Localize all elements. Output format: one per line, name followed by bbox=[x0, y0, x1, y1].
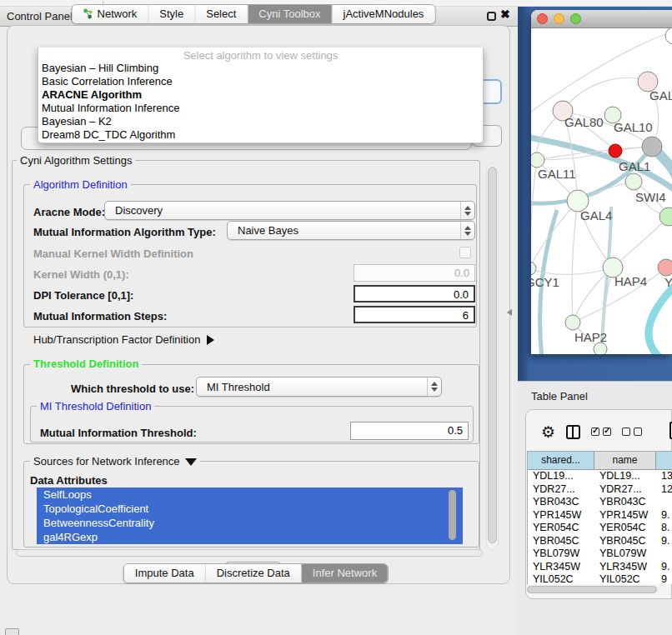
node-label: GAL1 bbox=[619, 159, 650, 173]
attribute-list-item[interactable]: TopologicalCoefficient bbox=[37, 502, 463, 516]
table-row[interactable]: YIL052CYIL052C9 bbox=[528, 573, 672, 584]
network-edge[interactable] bbox=[649, 283, 672, 354]
tab-jactivemnodules[interactable]: jActiveMNodules bbox=[333, 5, 435, 23]
column-header[interactable]: name bbox=[594, 452, 656, 470]
attribute-list-item[interactable]: SelfLoops bbox=[37, 488, 463, 502]
manual-kernel-checkbox[interactable] bbox=[459, 247, 471, 258]
network-node[interactable] bbox=[642, 137, 662, 157]
mi-steps-input[interactable]: 6 bbox=[354, 306, 475, 323]
mi-type-select[interactable]: Naive Bayes bbox=[227, 221, 475, 240]
node-table[interactable]: shared...nameA YDL19...YDL19...13YDR27..… bbox=[527, 451, 672, 584]
network-node-hap2[interactable] bbox=[565, 315, 580, 330]
minimize-traffic-light-icon[interactable] bbox=[554, 13, 564, 24]
network-window-titlebar[interactable] bbox=[531, 10, 672, 28]
tab-style[interactable]: Style bbox=[148, 5, 195, 23]
gear-icon[interactable]: ⚙ bbox=[541, 424, 555, 440]
algorithm-option[interactable]: Bayesian – Hill Climbing bbox=[38, 62, 483, 75]
algorithm-option[interactable]: Mutual Information Inference bbox=[38, 102, 483, 115]
network-node-gal11[interactable] bbox=[531, 152, 544, 168]
mi-threshold-label: Mutual Information Threshold: bbox=[40, 427, 197, 439]
hub-definition-toggle[interactable]: Hub/Transcription Factor Definition bbox=[33, 333, 214, 346]
table-row[interactable]: YBR045CYBR045C9. bbox=[528, 535, 672, 548]
list-vertical-scrollbar[interactable] bbox=[449, 490, 456, 542]
attribute-list-item[interactable]: BetweennessCentrality bbox=[37, 516, 463, 530]
node-label: GAL bbox=[649, 88, 672, 102]
network-canvas[interactable]: GALGAL80GAL10GAL1GAL11SWI4GAL4GCY1HAP4YH… bbox=[531, 28, 672, 354]
table-cell: YDL19... bbox=[528, 470, 594, 483]
splitter-collapse-icon[interactable] bbox=[507, 309, 512, 316]
table-row[interactable]: YDL19...YDL19...13 bbox=[528, 470, 672, 483]
table-cell: YIL052C bbox=[528, 573, 594, 584]
table-cell: YBR045C bbox=[594, 535, 656, 548]
network-node-swi4[interactable] bbox=[625, 173, 642, 190]
network-edge[interactable] bbox=[563, 78, 648, 111]
network-view-window[interactable]: GALGAL80GAL10GAL1GAL11SWI4GAL4GCY1HAP4YH… bbox=[531, 10, 672, 354]
which-threshold-select[interactable]: MI Threshold bbox=[196, 377, 442, 397]
node-label: GAL10 bbox=[614, 120, 653, 134]
column-header[interactable]: shared... bbox=[528, 452, 594, 470]
network-node-gal1[interactable] bbox=[609, 144, 622, 158]
tab-network[interactable]: Network bbox=[73, 5, 149, 23]
table-row[interactable]: YLR345WYLR345W9. bbox=[528, 561, 672, 574]
unchecked-pair-icon[interactable] bbox=[622, 428, 642, 436]
sources-group-toggle[interactable]: Sources for Network Inference bbox=[30, 456, 200, 467]
column-header[interactable]: A bbox=[656, 452, 672, 470]
table-row[interactable]: YDR27...YDR27...12 bbox=[528, 483, 672, 497]
algorithm-option[interactable]: Basic Correlation Inference bbox=[38, 75, 483, 88]
kernel-width-input[interactable]: 0.0 bbox=[354, 264, 475, 282]
settings-vertical-scrollbar[interactable] bbox=[486, 163, 499, 550]
tab-impute-data[interactable]: Impute Data bbox=[124, 564, 206, 582]
zoom-traffic-light-icon[interactable] bbox=[570, 13, 581, 24]
dpi-tolerance-input[interactable]: 0.0 bbox=[354, 285, 475, 302]
table-row[interactable]: YER054CYER054C8. bbox=[528, 522, 672, 535]
network-edge[interactable] bbox=[572, 201, 578, 322]
mi-type-label: Mutual Information Algorithm Type: bbox=[33, 226, 216, 238]
network-edge[interactable] bbox=[531, 201, 578, 268]
table-cell: YBR045C bbox=[528, 535, 594, 548]
mi-threshold-group-title: MI Threshold Definition bbox=[37, 401, 154, 412]
tab-label: Select bbox=[206, 8, 236, 20]
table-cell: YLR345W bbox=[528, 561, 594, 574]
algorithm-option[interactable]: Bayesian – K2 bbox=[38, 115, 483, 128]
checked-pair-icon[interactable] bbox=[591, 428, 611, 436]
table-cell: 13 bbox=[656, 470, 672, 483]
table-cell: 9 bbox=[656, 573, 672, 584]
panel-title: Control Panel bbox=[7, 10, 73, 22]
network-node-gcy1[interactable] bbox=[531, 262, 536, 275]
stepper-icon bbox=[427, 378, 441, 396]
network-node-y[interactable] bbox=[658, 259, 672, 276]
algorithm-option[interactable]: ARACNE Algorithm bbox=[38, 88, 483, 102]
close-icon[interactable]: ✖ bbox=[500, 8, 510, 21]
bottom-left-panel-icon[interactable] bbox=[5, 628, 19, 635]
columns-icon[interactable] bbox=[566, 425, 580, 439]
table-cell: YBR043C bbox=[594, 496, 656, 509]
tab-infer-network[interactable]: Infer Network bbox=[302, 564, 388, 582]
network-node[interactable] bbox=[594, 342, 607, 354]
attribute-list-item[interactable]: gal4RGexp bbox=[37, 530, 463, 544]
mi-threshold-input[interactable]: 0.5 bbox=[350, 422, 469, 440]
tab-label: Style bbox=[159, 8, 183, 20]
network-edge[interactable] bbox=[613, 217, 669, 268]
settings-horizontal-scrollbar[interactable] bbox=[16, 549, 483, 558]
tab-select[interactable]: Select bbox=[195, 5, 248, 23]
table-cell: 8. bbox=[656, 522, 672, 535]
table-cell: YBL079W bbox=[528, 548, 594, 561]
node-label: GCY1 bbox=[531, 275, 559, 289]
table-row[interactable]: YPR145WYPR145W9. bbox=[528, 509, 672, 522]
table-cell: YBL079W bbox=[594, 548, 656, 561]
aracne-mode-select[interactable]: Discovery bbox=[104, 201, 475, 220]
network-edge[interactable] bbox=[531, 160, 537, 268]
data-attributes-list[interactable]: SelfLoopsTopologicalCoefficientBetweenne… bbox=[37, 488, 463, 544]
float-window-icon[interactable] bbox=[487, 12, 496, 21]
node-label: GAL11 bbox=[538, 167, 576, 181]
tab-discretize-data[interactable]: Discretize Data bbox=[206, 564, 302, 582]
table-row[interactable]: YBL079WYBL079W bbox=[528, 548, 672, 561]
node-label: HAP2 bbox=[574, 330, 607, 344]
table-horizontal-scrollbar[interactable] bbox=[527, 586, 657, 593]
close-traffic-light-icon[interactable] bbox=[537, 13, 548, 24]
tab-cyni-toolbox[interactable]: Cyni Toolbox bbox=[248, 5, 332, 23]
table-row[interactable]: YBR043CYBR043C bbox=[528, 496, 672, 509]
algorithm-option[interactable]: Dream8 DC_TDC Algorithm bbox=[38, 128, 483, 142]
dropdown-placeholder: Select algorithm to view settings bbox=[38, 49, 483, 62]
network-node[interactable] bbox=[665, 28, 672, 44]
